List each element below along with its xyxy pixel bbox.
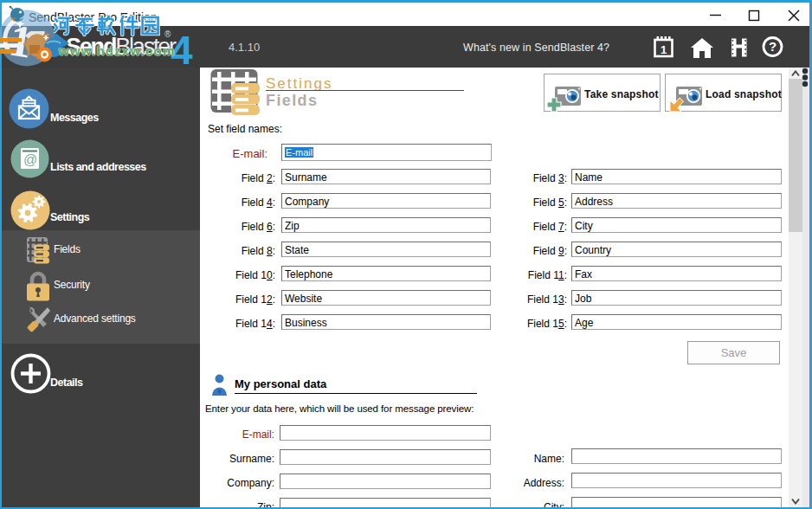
svg-text:@: @ <box>23 152 37 167</box>
svg-text:1: 1 <box>661 43 667 56</box>
svg-text:?: ? <box>769 39 777 54</box>
